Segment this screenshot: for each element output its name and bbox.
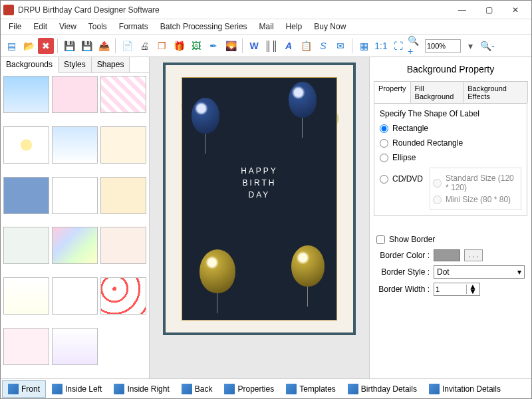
property-tabs: Property Fill Background Background Effe… [374,81,527,104]
cd-suboptions: Standard Size (120 * 120) Mini Size (80 … [430,168,521,210]
checkbox-label: Show Border [389,235,435,244]
zoom-input[interactable] [425,39,461,53]
tab-styles[interactable]: Styles [59,57,92,72]
delete-icon[interactable]: ✖ [38,38,54,54]
radio-rectangle[interactable]: Rectangle [380,124,521,133]
border-width-input[interactable] [434,285,466,293]
bg-thumb[interactable] [52,177,98,214]
menu-mail[interactable]: Mail [254,21,279,33]
mail-icon[interactable]: ✉ [332,38,348,54]
canvas-area[interactable]: HAPPY BIRTH DAY [150,57,369,378]
show-border-checkbox[interactable]: Show Border [376,235,525,244]
bg-thumb[interactable] [3,126,49,164]
radio-input[interactable] [380,124,388,133]
radio-input [433,179,442,188]
barcode-icon[interactable]: ║║ [263,38,279,54]
titlebar: DRPU Birthday Card Designer Software — ▢… [1,1,531,19]
btab-properties[interactable]: Properties [218,380,280,398]
bg-thumb[interactable] [3,76,49,113]
card-preview[interactable]: HAPPY BIRTH DAY [163,63,356,335]
picture-icon[interactable]: 🌄 [223,38,239,54]
menu-view[interactable]: View [54,21,82,33]
left-tabs: Backgrounds Styles Shapes [1,57,149,73]
tab-property[interactable]: Property [374,81,411,103]
zoomout-icon[interactable]: 🔍- [479,38,495,54]
dropdown-icon[interactable]: ▾ [462,38,478,54]
tab-effects[interactable]: Background Effects [463,81,528,103]
btab-birthday[interactable]: Birthday Details [342,380,423,398]
left-panel: Backgrounds Styles Shapes [1,57,150,378]
font-icon[interactable]: A [281,38,297,54]
menu-batch[interactable]: Batch Processing Series [155,21,253,33]
close-button[interactable]: ✕ [502,1,529,19]
copy-icon[interactable]: ❐ [154,38,170,54]
tab-shapes[interactable]: Shapes [92,57,130,72]
new-icon[interactable]: ▤ [3,38,19,54]
border-style-select[interactable]: Dot ▾ [434,265,525,279]
btab-back[interactable]: Back [176,380,219,398]
bg-thumb[interactable] [52,76,98,113]
border-color-swatch[interactable] [434,249,460,261]
bg-thumb[interactable] [3,227,49,264]
pen-icon[interactable]: ✒ [205,38,221,54]
tab-fill[interactable]: Fill Background [410,81,464,103]
save-icon[interactable]: 💾 [61,38,77,54]
page-icon[interactable]: 📄 [119,38,135,54]
border-color-picker-button[interactable]: . . . [464,249,483,261]
saveall-icon[interactable]: 💾 [78,38,94,54]
page-icon [429,384,440,394]
tab-backgrounds[interactable]: Backgrounds [1,57,59,73]
menu-formats[interactable]: Formats [114,21,154,33]
maximize-button[interactable]: ▢ [475,1,502,19]
radio-cd-mini: Mini Size (80 * 80) [433,195,518,204]
print-icon[interactable]: 🖨 [136,38,152,54]
bg-thumb[interactable] [52,227,98,264]
radio-input[interactable] [380,175,388,184]
bg-thumb[interactable] [52,277,98,315]
bg-thumb[interactable] [100,277,146,315]
expand-icon[interactable]: ⛶ [390,38,406,54]
sign-icon[interactable]: S [315,38,331,54]
grid-icon[interactable]: ▦ [356,38,372,54]
bg-thumb[interactable] [3,177,49,214]
bg-thumb[interactable] [3,328,49,365]
select-value: Dot [437,267,450,277]
image-icon[interactable]: 🖼 [188,38,204,54]
btab-inside-left[interactable]: Inside Left [46,380,108,398]
spinner-down-icon[interactable]: ▼ [467,289,479,294]
radio-input[interactable] [380,139,388,148]
bg-thumb[interactable] [52,126,98,164]
card-text: HAPPY BIRTH DAY [182,165,336,201]
bg-thumb[interactable] [52,328,98,365]
bg-thumb[interactable] [100,227,146,264]
btab-front[interactable]: Front [2,380,46,398]
property-panel: Background Property Property Fill Backgr… [369,57,531,378]
bg-thumb[interactable] [100,76,146,113]
panel-title: Background Property [374,61,527,81]
open-icon[interactable]: 📂 [21,38,37,54]
menu-tools[interactable]: Tools [83,21,112,33]
zoomin-icon[interactable]: 🔍+ [408,38,424,54]
menu-buynow[interactable]: Buy Now [309,21,351,33]
checkbox-input[interactable] [376,235,385,244]
btab-inside-right[interactable]: Inside Right [108,380,175,398]
btab-invitation[interactable]: Invitation Details [423,380,507,398]
export-icon[interactable]: 📤 [96,38,112,54]
fit-icon[interactable]: 1:1 [373,38,389,54]
radio-ellipse[interactable]: Ellipse [380,153,521,162]
text-icon[interactable]: W [246,38,262,54]
menu-file[interactable]: File [3,21,27,33]
radio-rounded[interactable]: Rounded Rectangle [380,138,521,148]
bg-thumb[interactable] [100,177,146,214]
gift-icon[interactable]: 🎁 [171,38,187,54]
menu-edit[interactable]: Edit [28,21,53,33]
btab-templates[interactable]: Templates [280,380,342,398]
radio-input[interactable] [380,154,388,162]
bg-thumb[interactable] [100,126,146,164]
radio-cddvd[interactable]: CD/DVD [380,174,423,184]
minimize-button[interactable]: — [449,1,475,19]
menu-help[interactable]: Help [281,21,308,33]
doc-icon[interactable]: 📋 [298,38,314,54]
bg-thumb[interactable] [3,277,49,315]
border-width-spinner[interactable]: ▲▼ [434,283,480,296]
